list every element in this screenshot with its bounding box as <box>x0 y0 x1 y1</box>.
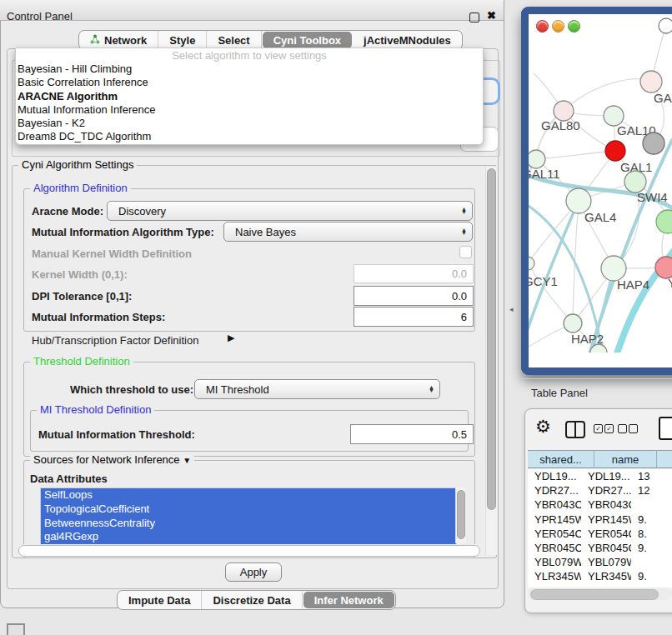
float-window-icon[interactable] <box>469 12 479 22</box>
table-row[interactable]: YBR043CYBR043C <box>528 498 672 512</box>
combo-arrows-icon: ▲▼ <box>429 386 434 393</box>
mi-threshold-group-title: MI Threshold Definition <box>37 404 154 416</box>
table-row[interactable]: YPR145WYPR145W9. <box>528 512 672 527</box>
settings-hscrollbar-thumb[interactable] <box>18 545 480 557</box>
tab-label: Discretize Data <box>213 594 290 607</box>
control-panel-titlebar[interactable]: Control Panel ✖ <box>0 0 504 21</box>
column-header[interactable]: name <box>594 450 657 468</box>
network-canvas[interactable]: GALGAL80GAL10GAL1GAL11SWI4GAL4GCY1HAP4YH… <box>529 14 672 352</box>
algorithm-definition-title: Algorithm Definition <box>30 182 131 194</box>
table-cell: 9. <box>631 542 672 554</box>
unchecked-columns-icon[interactable] <box>629 424 638 433</box>
column-layout-icon[interactable] <box>565 421 585 438</box>
checked-columns-icon[interactable]: ✓ <box>604 424 614 433</box>
table-cell: YBL079W <box>528 556 581 568</box>
table-row[interactable]: YBR045CYBR045C9. <box>528 541 672 555</box>
aracne-mode-label: Aracne Mode: <box>32 205 103 218</box>
network-node-unlabeled[interactable] <box>659 18 672 33</box>
manual-kernel-checkbox[interactable] <box>459 246 472 258</box>
kernel-width-label: Kernel Width (0,1): <box>32 268 128 281</box>
table-row[interactable]: YER054CYER054C8. <box>528 527 672 541</box>
panel-title: Control Panel <box>7 10 73 22</box>
table-row[interactable]: YDR27...YDR27...12 <box>528 483 672 498</box>
hub-section-label[interactable]: Hub/Transcription Factor Definition <box>32 334 198 347</box>
node-label: Y <box>668 276 672 290</box>
algorithm-option[interactable]: Bayesian - K2 <box>16 117 483 130</box>
network-node-gcy1[interactable] <box>529 257 534 270</box>
checked-columns-icon[interactable]: ✓ <box>594 424 603 433</box>
network-node-unlabeled[interactable] <box>643 132 664 154</box>
data-attributes-list[interactable]: SelfLoopsTopologicalCoefficientBetweenne… <box>40 488 457 545</box>
tab-label: Style <box>169 34 195 47</box>
tab-select[interactable]: Select <box>207 31 261 49</box>
network-node-hap2[interactable] <box>564 314 582 332</box>
algorithm-option[interactable]: Dream8 DC_TDC Algorithm <box>16 130 483 143</box>
dpi-tolerance-field[interactable]: 0.0 <box>354 286 474 306</box>
algorithm-option[interactable]: ARACNE Algorithm <box>16 90 483 103</box>
mi-threshold-field[interactable]: 0.5 <box>350 424 474 444</box>
tab-cyni-toolbox[interactable]: Cyni Toolbox <box>263 32 352 48</box>
network-view-window[interactable]: GALGAL80GAL10GAL1GAL11SWI4GAL4GCY1HAP4YH… <box>521 7 672 375</box>
attribute-item[interactable]: BetweennessCentrality <box>41 517 456 531</box>
kernel-width-field[interactable]: 0.0 <box>354 264 474 283</box>
tab-label: Network <box>104 34 147 47</box>
mi-type-combo[interactable]: Naive Bayes ▲▼ <box>223 222 473 242</box>
attribute-item[interactable]: TopologicalCoefficient <box>41 502 456 517</box>
attribute-item[interactable]: gal4RGexp <box>41 530 456 544</box>
panel-grip[interactable] <box>7 623 25 635</box>
column-header[interactable]: shared... <box>528 450 594 468</box>
aracne-mode-combo[interactable]: Discovery ▲▼ <box>107 201 473 221</box>
tab-style[interactable]: Style <box>158 31 207 49</box>
collapse-triangle-icon[interactable]: ▼ <box>183 456 191 465</box>
expand-triangle-icon[interactable]: ▶ <box>228 332 234 343</box>
settings-gear-icon[interactable]: ⚙ <box>535 418 551 435</box>
table-row[interactable]: YLR345WYLR345W9. <box>528 569 672 583</box>
attributes-scrollbar-thumb[interactable] <box>457 490 465 539</box>
mi-type-value: Naive Bayes <box>235 226 296 238</box>
which-threshold-combo[interactable]: MI Threshold ▲▼ <box>194 379 440 399</box>
sources-title-text: Sources for Network Inference <box>33 453 180 466</box>
mi-threshold-label: Mutual Information Threshold: <box>38 428 195 441</box>
tab-impute-data[interactable]: Impute Data <box>118 591 202 609</box>
node-label: GAL11 <box>529 167 560 181</box>
table-header[interactable]: shared...nameA <box>528 450 672 468</box>
tab-label: Cyni Toolbox <box>273 34 341 47</box>
network-node-gal11[interactable] <box>529 150 545 168</box>
network-node-gal[interactable] <box>640 71 662 92</box>
close-traffic-light-icon[interactable] <box>536 20 549 32</box>
threshold-definition-title: Threshold Definition <box>30 356 133 368</box>
attribute-item[interactable]: SelfLoops <box>41 488 456 502</box>
network-icon <box>90 34 100 47</box>
tab-network[interactable]: Network <box>79 31 158 49</box>
node-label: HAP4 <box>617 278 649 292</box>
table-row[interactable]: YDL19...YDL19...13 <box>528 469 672 483</box>
algorithm-option[interactable]: Basic Correlation Inference <box>16 76 483 89</box>
tab-infer-network[interactable]: Infer Network <box>303 592 394 608</box>
zoom-traffic-light-icon[interactable] <box>568 20 580 32</box>
tab-discretize-data[interactable]: Discretize Data <box>202 591 302 609</box>
tab-jactivemnodules[interactable]: jActiveMNodules <box>353 31 462 49</box>
tab-label: Infer Network <box>314 594 384 607</box>
mi-steps-field[interactable]: 6 <box>354 307 474 327</box>
table-cell: YBR045C <box>581 542 631 554</box>
divider-collapse-icon[interactable]: ◂ <box>509 305 514 313</box>
new-table-icon[interactable] <box>659 417 672 440</box>
tab-label: Impute Data <box>128 594 190 607</box>
table-row[interactable]: YBL079WYBL079W <box>528 555 672 569</box>
table-cell: 8. <box>631 528 672 540</box>
network-node-gal1[interactable] <box>605 141 625 161</box>
apply-button[interactable]: Apply <box>225 562 282 582</box>
algorithm-option[interactable]: Mutual Information Inference <box>16 103 483 117</box>
table-cell: YER054C <box>581 528 631 540</box>
table-hscrollbar-thumb[interactable] <box>530 589 659 600</box>
minimize-traffic-light-icon[interactable] <box>552 20 564 32</box>
close-icon[interactable]: ✖ <box>487 9 496 22</box>
algorithm-option[interactable]: Bayesian - Hill Climbing <box>16 62 483 76</box>
table-cell: YLR345W <box>528 570 581 582</box>
table-cell: YPR145W <box>528 513 581 526</box>
settings-scrollbar-thumb[interactable] <box>487 168 496 510</box>
column-header[interactable]: A <box>657 450 672 468</box>
which-threshold-label: Which threshold to use: <box>70 383 193 396</box>
unchecked-columns-icon[interactable] <box>618 424 627 433</box>
network-node-unlabeled[interactable] <box>656 210 672 233</box>
